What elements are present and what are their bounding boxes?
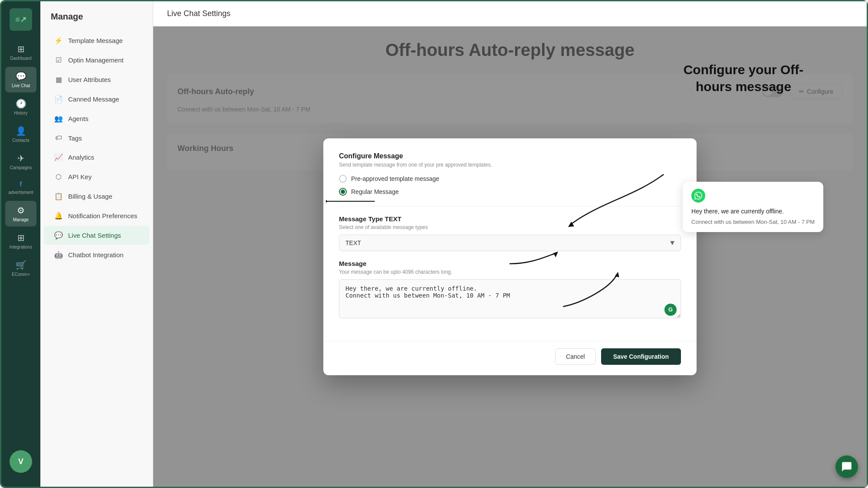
nav-user-attributes[interactable]: ▦ User Attributes — [44, 70, 149, 89]
nav-canned-message[interactable]: 📄 Canned Message — [44, 90, 149, 108]
message-label: Message — [339, 260, 681, 267]
analytics-icon: 📈 — [54, 153, 63, 161]
bubble-message-1: Hey there, we are currently offline. — [691, 207, 815, 216]
livechat-settings-icon: 💬 — [54, 231, 63, 239]
message-type-select[interactable]: TEXT IMAGE VIDEO DOCUMENT — [339, 235, 681, 251]
nav-agents[interactable]: 👥 Agents — [44, 109, 149, 128]
sidebar-item-ecomm[interactable]: 🛒 EComm+ — [5, 255, 36, 281]
sidebar-item-contacts[interactable]: 👤 Contacts — [5, 121, 36, 147]
sidebar-item-dashboard[interactable]: ⊞ Dashboard — [5, 39, 36, 65]
radio-regular[interactable]: Regular Message — [339, 188, 681, 196]
main-content: Live Chat Settings Off-hours Auto-reply … — [153, 1, 867, 487]
nav-analytics[interactable]: 📈 Analytics — [44, 148, 149, 167]
history-icon: 🕐 — [16, 98, 26, 109]
contacts-icon: 👤 — [16, 126, 26, 136]
message-type-label: Message Type TEXT — [339, 215, 681, 223]
billing-icon: 📋 — [54, 192, 63, 200]
radio-preapproved-circle — [339, 175, 347, 183]
grammar-check-icon: G — [664, 304, 677, 316]
chatbot-icon: 🤖 — [54, 251, 63, 259]
app-container: ≡↗ ⊞ Dashboard 💬 Live Chat 🕐 History 👤 C… — [0, 0, 868, 488]
message-sublabel: Your message can be upto 4096 characters… — [339, 269, 681, 275]
nav-tags[interactable]: 🏷 Tags — [44, 129, 149, 147]
manage-icon: ⚙ — [17, 205, 25, 216]
radio-regular-circle — [339, 188, 347, 196]
template-icon: ⚡ — [54, 36, 63, 45]
nav-notification[interactable]: 🔔 Notification Preferences — [44, 206, 149, 225]
form-divider — [339, 206, 681, 206]
sidebar-item-manage[interactable]: ⚙ Manage — [5, 201, 36, 226]
nav-template-message[interactable]: ⚡ Template Message — [44, 31, 149, 50]
message-textarea-wrapper: Hey there, we are currently offline. Con… — [339, 279, 681, 320]
chat-support-button[interactable] — [835, 455, 858, 478]
radio-group: Pre-approved template message Regular Me… — [339, 175, 681, 196]
sidebar-item-livechat[interactable]: 💬 Live Chat — [5, 67, 36, 92]
nav-sidebar: Manage ⚡ Template Message ☑ Optin Manage… — [40, 1, 153, 487]
modal-footer: Cancel Save Configuration — [323, 341, 697, 375]
sidebar-item-advertisement[interactable]: f advertisment — [5, 176, 36, 199]
configure-message-label: Configure Message — [339, 152, 681, 160]
tags-icon: 🏷 — [54, 134, 63, 142]
api-icon: ⬡ — [54, 173, 63, 181]
livechat-icon: 💬 — [16, 71, 26, 82]
ecomm-icon: 🛒 — [16, 260, 26, 270]
message-group: Message Your message can be upto 4096 ch… — [339, 260, 681, 320]
message-textarea[interactable]: Hey there, we are currently offline. Con… — [339, 279, 681, 318]
message-type-select-wrapper: TEXT IMAGE VIDEO DOCUMENT ▼ — [339, 235, 681, 251]
main-header: Live Chat Settings — [153, 1, 867, 26]
annotation-area: Configure your Off-hours message Hey the… — [683, 61, 823, 232]
nav-title: Manage — [40, 8, 153, 30]
nav-chatbot[interactable]: 🤖 Chatbot Integration — [44, 246, 149, 264]
sidebar-item-integrations[interactable]: ⊞ Integrations — [5, 228, 36, 254]
nav-optin-management[interactable]: ☑ Optin Management — [44, 51, 149, 69]
icon-sidebar: ≡↗ ⊞ Dashboard 💬 Live Chat 🕐 History 👤 C… — [1, 1, 40, 487]
save-configuration-button[interactable]: Save Configuration — [601, 348, 681, 365]
app-logo[interactable]: ≡↗ — [10, 8, 32, 31]
sidebar-item-history[interactable]: 🕐 History — [5, 94, 36, 120]
notification-icon: 🔔 — [54, 212, 63, 220]
user-attr-icon: ▦ — [54, 75, 63, 84]
message-preview-bubble: Hey there, we are currently offline. Con… — [683, 182, 823, 232]
nav-live-chat-settings[interactable]: 💬 Live Chat Settings — [44, 226, 149, 245]
agents-icon: 👥 — [54, 115, 63, 123]
user-avatar[interactable]: V — [10, 450, 32, 473]
configure-modal: Configure Message Send template message … — [323, 138, 697, 375]
nav-billing[interactable]: 📋 Billing & Usage — [44, 187, 149, 206]
campaigns-icon: ✈ — [17, 153, 25, 164]
optin-icon: ☑ — [54, 56, 63, 64]
sidebar-item-campaigns[interactable]: ✈ Campaigns — [5, 149, 36, 174]
nav-api-key[interactable]: ⬡ API Key — [44, 167, 149, 186]
configure-message-sublabel: Send template message from one of your p… — [339, 162, 681, 168]
radio-preapproved[interactable]: Pre-approved template message — [339, 175, 681, 183]
configure-message-section: Configure Message Send template message … — [339, 152, 681, 168]
cancel-button[interactable]: Cancel — [555, 348, 596, 365]
ad-icon: f — [20, 180, 22, 188]
message-type-group: Message Type TEXT Select one of availabl… — [339, 215, 681, 251]
modal-overlay: Configure Message Send template message … — [153, 26, 867, 487]
dashboard-icon: ⊞ — [17, 44, 25, 54]
page-title: Live Chat Settings — [167, 9, 230, 18]
integrations-icon: ⊞ — [17, 233, 25, 243]
canned-icon: 📄 — [54, 95, 63, 103]
message-type-sublabel: Select one of available message types — [339, 224, 681, 230]
bubble-message-2: Connect with us between Mon-Sat, 10 AM -… — [691, 219, 815, 225]
main-body: Off-hours Auto-reply message Off-hours A… — [153, 26, 867, 487]
annotation-title: Configure your Off-hours message — [683, 61, 804, 95]
